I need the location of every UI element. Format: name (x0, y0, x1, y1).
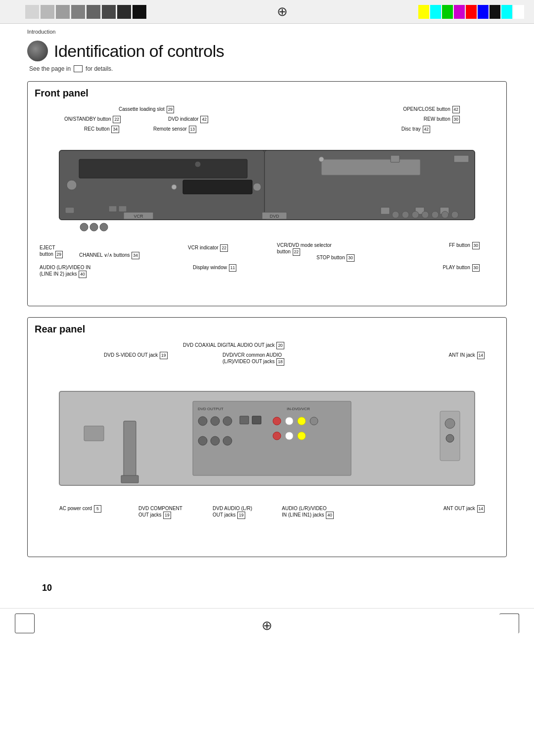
svg-rect-41 (252, 416, 261, 424)
svg-point-9 (67, 180, 77, 190)
gray-bar-6 (87, 5, 100, 19)
rear-panel: Rear panel DVD OUTPUT IN-DVD/VCR (27, 317, 507, 557)
svg-rect-16 (183, 180, 252, 194)
front-panel-svg: VCR DVD (35, 136, 499, 244)
crosshair-symbol: ⊕ (277, 4, 288, 19)
svg-text:DVD OUTPUT: DVD OUTPUT (198, 407, 223, 411)
svg-point-54 (446, 434, 454, 442)
svg-point-24 (195, 161, 201, 167)
label-display-window: Display window 11 (193, 264, 236, 272)
color-bar-cyan2 (501, 5, 512, 19)
svg-point-42 (273, 417, 281, 425)
label-dvd-audio: DVD AUDIO (L/R)OUT jacks 19 (213, 505, 252, 519)
svg-rect-56 (121, 475, 138, 483)
subtitle-suffix: for details. (86, 65, 113, 72)
label-stop-button: STOP button 30 (316, 254, 355, 262)
svg-rect-55 (124, 421, 136, 480)
svg-point-43 (285, 417, 293, 425)
svg-text:DVD: DVD (269, 214, 279, 219)
label-dvd-svideo: DVD S-VIDEO OUT jack 19 (104, 352, 168, 359)
label-remote-sensor: Remote sensor 13 (153, 126, 196, 133)
front-panel-title: Front panel (35, 88, 499, 99)
label-on-standby: ON/STANDBY button 22 (64, 116, 121, 123)
svg-point-48 (198, 436, 207, 445)
svg-point-37 (198, 417, 207, 425)
svg-point-29 (422, 211, 429, 218)
rear-panel-title: Rear panel (35, 324, 499, 335)
label-vcr-dvd-selector: VCR/DVD mode selectorbutton 22 (277, 242, 332, 256)
label-cassette-loading: Cassette loading slot 29 (119, 106, 174, 113)
label-dvd-component: DVD COMPONENTOUT jacks 19 (138, 505, 182, 519)
breadcrumb: Introduction (27, 29, 507, 35)
color-bar-black (490, 5, 500, 19)
svg-point-53 (445, 419, 455, 428)
color-bar-white (513, 5, 524, 19)
rear-panel-diagram: DVD OUTPUT IN-DVD/VCR (35, 342, 499, 550)
label-ac-power: AC power cord 5 (59, 505, 101, 513)
svg-rect-40 (240, 416, 249, 424)
label-ff-button: FF button 30 (449, 242, 480, 249)
gray-bar-1 (10, 5, 24, 19)
top-crosshair: ⊕ (146, 4, 418, 19)
svg-rect-11 (109, 206, 117, 212)
page-number-section: 10 (0, 583, 534, 603)
gray-bar-9 (133, 5, 146, 19)
color-bar-blue (478, 5, 489, 19)
svg-point-44 (298, 417, 306, 425)
svg-point-49 (211, 436, 220, 445)
footer-corner-right (499, 614, 519, 633)
svg-text:VCR: VCR (134, 214, 143, 219)
svg-point-45 (273, 432, 281, 440)
page-title-section: Identification of controls (27, 41, 507, 61)
label-eject: EJECTbutton 29 (40, 244, 63, 258)
gray-bar-7 (102, 5, 116, 19)
svg-point-14 (90, 223, 98, 231)
gray-bar-4 (56, 5, 70, 19)
page-ref-box (74, 65, 83, 72)
label-dvd-indicator: DVD indicator 42 (168, 116, 208, 123)
label-ant-in: ANT IN jack 14 (449, 352, 485, 359)
title-icon (27, 41, 48, 61)
label-play-button: PLAY button 30 (443, 264, 480, 272)
label-rew-button: REW button 30 (424, 116, 460, 123)
label-rec-button: REC button 34 (84, 126, 119, 133)
color-bar-magenta (454, 5, 465, 19)
label-vcr-indicator: VCR indicator 22 (188, 244, 228, 252)
svg-point-50 (223, 436, 232, 445)
svg-point-18 (253, 183, 261, 191)
svg-point-39 (223, 417, 232, 425)
svg-rect-23 (454, 155, 469, 162)
front-panel: Front panel VCR DVD (27, 81, 507, 306)
svg-rect-22 (391, 155, 400, 162)
svg-rect-6 (321, 159, 420, 175)
footer-corner-left (15, 614, 35, 633)
svg-point-31 (442, 211, 448, 218)
color-bar-red (466, 5, 477, 19)
label-ant-out: ANT OUT jack 14 (444, 505, 485, 513)
svg-rect-2 (79, 159, 247, 178)
page-number: 10 (42, 583, 52, 593)
svg-point-17 (172, 185, 177, 189)
subtitle-text: See the page in (29, 65, 71, 72)
svg-point-51 (310, 417, 318, 425)
svg-rect-19 (381, 207, 390, 214)
svg-point-28 (412, 211, 419, 218)
label-audio-jacks: AUDIO (L/R)/VIDEO IN(LINE IN 2) jacks 40 (40, 264, 90, 278)
label-channel: CHANNEL ∨/∧ buttons 34 (79, 252, 139, 259)
gray-bar-8 (117, 5, 131, 19)
label-dvd-vcr-audio: DVD/VCR common AUDIO(L/R)/VIDEO OUT jack… (222, 352, 284, 366)
svg-point-32 (451, 211, 458, 218)
front-panel-diagram: VCR DVD (35, 106, 499, 299)
svg-point-38 (211, 417, 220, 425)
svg-point-15 (100, 223, 108, 231)
label-open-close: OPEN/CLOSE button 42 (403, 106, 460, 113)
color-bar-cyan (430, 5, 441, 19)
rear-panel-svg: DVD OUTPUT IN-DVD/VCR (35, 381, 499, 500)
bottom-crosshair: ⊕ (262, 618, 272, 633)
svg-rect-12 (119, 206, 127, 212)
gray-bars (10, 5, 146, 19)
gray-bar-5 (71, 5, 85, 19)
color-bar-yellow (418, 5, 429, 19)
svg-point-30 (432, 211, 439, 218)
label-dvd-coaxial: DVD COAXIAL DIGITAL AUDIO OUT jack 20 (183, 342, 284, 349)
